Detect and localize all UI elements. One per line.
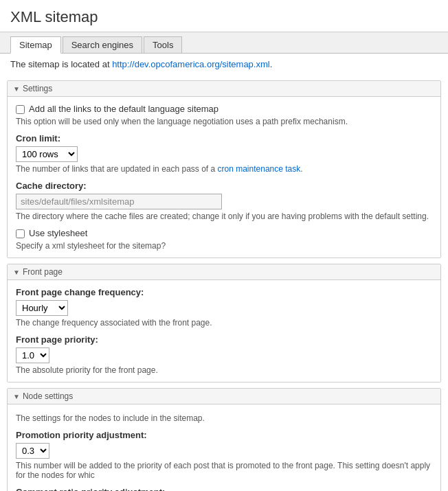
cron-limit-group: Cron limit: 100 rows 200 rows 500 rows 1… — [16, 133, 432, 174]
cron-select[interactable]: 100 rows 200 rows 500 rows 1000 rows Unl… — [16, 146, 78, 162]
sitemap-url-link[interactable]: http://dev.opcofamerica.org/sitemap.xml — [112, 59, 270, 69]
page-title: XML sitemap — [0, 0, 448, 32]
comment-group: Comment ratio priority adjustment: 0.0 0… — [16, 487, 432, 491]
cache-dir-group: Cache directory: The directory where the… — [16, 181, 432, 221]
front-page-content: Front page change frequency: Always Hour… — [8, 280, 440, 382]
promo-label: Promotion priority adjustment: — [16, 430, 432, 440]
tab-tools[interactable]: Tools — [144, 36, 182, 53]
node-settings-intro: The settings for the nodes to include in… — [16, 413, 432, 423]
settings-content: Add all the links to the default languag… — [8, 97, 440, 258]
sitemap-url-prefix: The sitemap is located at — [10, 59, 112, 69]
promo-help: This number will be added to the priorit… — [16, 461, 432, 480]
node-settings-header-label: Node settings — [23, 391, 73, 401]
front-page-arrow-icon: ▼ — [13, 269, 20, 276]
node-settings-header: ▼ Node settings — [8, 389, 440, 404]
priority-label: Front page priority: — [16, 334, 432, 345]
promo-select[interactable]: 0.0 0.1 0.2 0.3 0.4 0.5 — [16, 443, 49, 459]
settings-arrow-icon: ▼ — [13, 85, 20, 93]
freq-select[interactable]: Always Hourly Daily Weekly Monthly Yearl… — [16, 300, 68, 316]
sitemap-url-line: The sitemap is located at http://dev.opc… — [0, 54, 448, 75]
language-checkbox-help: This option will be used only when the l… — [16, 117, 432, 126]
tab-bar: Sitemap Search engines Tools — [0, 32, 448, 54]
front-page-header-label: Front page — [23, 267, 63, 277]
promo-group: Promotion priority adjustment: 0.0 0.1 0… — [16, 430, 432, 480]
tab-search-engines[interactable]: Search engines — [63, 36, 142, 53]
priority-group: Front page priority: 0.0 0.1 0.5 1.0 The… — [16, 334, 432, 375]
cache-help: The directory where the cache files are … — [16, 212, 432, 221]
freq-group: Front page change frequency: Always Hour… — [16, 287, 432, 328]
front-page-header: ▼ Front page — [8, 264, 440, 280]
priority-select[interactable]: 0.0 0.1 0.5 1.0 — [16, 347, 49, 363]
cache-input[interactable] — [16, 194, 222, 209]
cache-input-wrapper — [16, 194, 222, 209]
freq-help: The change frequency associated with the… — [16, 318, 432, 328]
tab-sitemap[interactable]: Sitemap — [10, 36, 61, 54]
language-checkbox-label: Add all the links to the default languag… — [29, 104, 219, 114]
settings-section: ▼ Settings Add all the links to the defa… — [7, 80, 441, 258]
priority-help: The absolute priority for the front page… — [16, 365, 432, 375]
settings-header: ▼ Settings — [8, 81, 440, 97]
cache-label: Cache directory: — [16, 181, 432, 191]
comment-label: Comment ratio priority adjustment: — [16, 487, 432, 491]
cron-help-link[interactable]: cron maintenance task — [218, 164, 301, 174]
language-checkbox-group: Add all the links to the default languag… — [16, 104, 432, 126]
language-checkbox[interactable] — [16, 105, 25, 114]
node-settings-arrow-icon: ▼ — [13, 393, 20, 400]
cron-help: The number of links that are updated in … — [16, 164, 432, 174]
cron-label: Cron limit: — [16, 133, 432, 144]
node-settings-content: The settings for the nodes to include in… — [8, 404, 440, 491]
freq-label: Front page change frequency: — [16, 287, 432, 297]
stylesheet-checkbox[interactable] — [16, 229, 25, 238]
front-page-section: ▼ Front page Front page change frequency… — [7, 264, 441, 382]
settings-header-label: Settings — [23, 84, 52, 93]
stylesheet-help: Specify a xml stylesheet for the sitemap… — [16, 241, 432, 251]
stylesheet-group: Use stylesheet Specify a xml stylesheet … — [16, 228, 432, 251]
node-settings-section: ▼ Node settings The settings for the nod… — [7, 388, 441, 491]
stylesheet-label: Use stylesheet — [29, 228, 87, 238]
